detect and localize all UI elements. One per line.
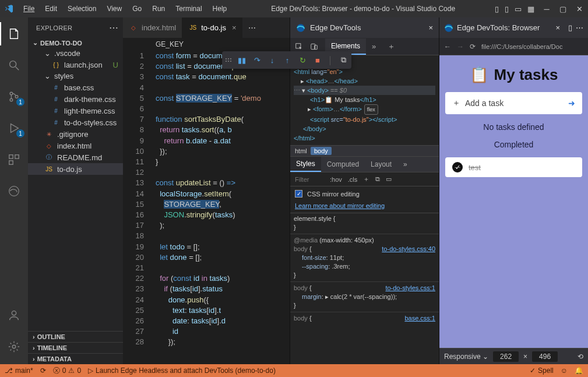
css-link-2[interactable]: to-do-styles.css:1 (385, 284, 435, 293)
computed-subtab[interactable]: Computed (321, 157, 365, 171)
outline-section[interactable]: ›OUTLINE (28, 331, 123, 342)
activity-explorer[interactable] (0, 22, 28, 45)
nav-back-icon[interactable]: ← (444, 43, 451, 51)
status-problems[interactable]: ⓧ 0 ⚠ 0 (53, 366, 81, 376)
run-badge: 1 (16, 129, 24, 138)
panel-icon[interactable]: ▭ (386, 175, 392, 183)
cls-toggle[interactable]: .cls (348, 176, 358, 183)
layout-side-icon[interactable]: ▯ (495, 5, 499, 13)
rotate-icon[interactable]: ⟲ (578, 353, 583, 361)
debug-stepin-icon[interactable]: ↓ (267, 55, 277, 65)
file-light-css[interactable]: #light-theme.css (28, 105, 123, 117)
submit-arrow-icon[interactable]: ➜ (568, 98, 575, 108)
debug-pause-icon[interactable]: ▮▮ (237, 55, 247, 65)
browser-more-icon[interactable]: ⋯ (576, 23, 583, 32)
menu-file[interactable]: File (19, 2, 39, 15)
split-icon[interactable]: ▯ (568, 23, 572, 32)
status-bell-icon[interactable]: 🔔 (575, 367, 583, 375)
status-branch[interactable]: ⎇ main* (5, 367, 33, 375)
dom-crumbs[interactable]: html body (290, 145, 439, 157)
file-gitignore[interactable]: ✳.gitignore (28, 128, 123, 140)
devtools-tab-close[interactable]: × (428, 23, 433, 32)
devtools-more-tabs[interactable]: » (366, 38, 382, 54)
menu-help[interactable]: Help (208, 2, 232, 15)
explorer-more-icon[interactable]: ⋯ (109, 22, 118, 33)
styles-pane[interactable]: element.style { } @media (max-width: 450… (290, 213, 439, 364)
metadata-section[interactable]: ›METADATA (28, 353, 123, 364)
breadcrumb[interactable]: GE_KEY (123, 38, 290, 48)
completed-task-item[interactable]: ✓ test (445, 157, 582, 177)
layout-right-icon[interactable]: ▭ (515, 5, 522, 13)
subtab-more[interactable]: » (397, 157, 413, 171)
styles-subtab[interactable]: Styles (290, 157, 321, 172)
tab-overflow-icon[interactable]: ⋯ (242, 17, 261, 38)
browser-tab-close[interactable]: × (555, 23, 560, 32)
debug-stop-icon[interactable]: ■ (313, 55, 322, 65)
activity-accounts[interactable] (0, 304, 28, 327)
menu-view[interactable]: View (102, 2, 126, 15)
responsive-dropdown[interactable]: Responsive ⌄ (444, 353, 488, 361)
css-mirror-link[interactable]: Learn more about mirror editing (295, 202, 385, 209)
folder-styles[interactable]: ⌄styles (28, 71, 123, 82)
timeline-section[interactable]: ›TIMELINE (28, 342, 123, 353)
debug-stepout-icon[interactable]: ↑ (283, 55, 292, 65)
menu-go[interactable]: Go (128, 2, 146, 15)
menu-run[interactable]: Run (147, 2, 170, 15)
folder-vscode[interactable]: ⌄.vscode (28, 48, 123, 59)
inspect-icon[interactable] (295, 43, 303, 51)
activity-scm[interactable]: 1 (0, 85, 28, 108)
layout-grid-icon[interactable]: ▦ (527, 5, 534, 13)
status-spell[interactable]: ✓ Spell (530, 367, 554, 375)
file-todo-js[interactable]: JSto-do.js (28, 163, 123, 175)
status-launch[interactable]: ▷ Launch Edge Headless and attach DevToo… (88, 367, 276, 375)
debug-stepover-icon[interactable]: ↷ (252, 55, 262, 65)
svg-point-15 (445, 24, 452, 31)
address-bar[interactable]: file:///C:/Users/collabera/Doc (481, 43, 583, 50)
tab-close-icon[interactable]: × (232, 23, 237, 32)
file-index-html[interactable]: ◇index.html (28, 140, 123, 151)
css-link-3[interactable]: base.css:1 (404, 314, 435, 323)
maximize-button[interactable]: ▢ (559, 5, 567, 13)
menu-terminal[interactable]: Terminal (171, 2, 206, 15)
device-icon[interactable] (310, 43, 318, 51)
close-button[interactable]: ✕ (575, 5, 583, 13)
code-editor[interactable]: const form = document.que const list = d… (151, 48, 290, 364)
status-feedback-icon[interactable]: ☺ (561, 367, 568, 375)
styles-filter-input[interactable] (295, 176, 324, 183)
activity-run[interactable]: 1 (0, 117, 28, 140)
viewport-height[interactable]: 496 (532, 351, 558, 362)
status-sync[interactable]: ⟳ (40, 367, 46, 375)
menu-selection[interactable]: Selection (63, 2, 101, 15)
debug-drag-handle[interactable] (226, 58, 231, 62)
activity-search[interactable] (0, 54, 28, 77)
hov-toggle[interactable]: :hov (330, 176, 342, 183)
devtools-new-tab[interactable]: ＋ (382, 38, 401, 55)
menu-edit[interactable]: Edit (40, 2, 62, 15)
new-rule-icon[interactable]: ＋ (363, 175, 369, 184)
add-task-card[interactable]: ＋Add a task ➜ (445, 92, 582, 114)
tab-index-html[interactable]: ◇index.html (123, 17, 182, 38)
file-readme-md[interactable]: ⓘREADME.md (28, 151, 123, 163)
file-todo-styles-css[interactable]: #to-do-styles.css (28, 117, 123, 128)
viewport-width[interactable]: 262 (493, 351, 519, 362)
file-launch-json[interactable]: { }launch.jsonU (28, 59, 123, 71)
debug-toolbar[interactable]: ▮▮ ↷ ↓ ↑ ↻ ■ │ ⧉ (222, 51, 351, 69)
debug-restart-icon[interactable]: ↻ (298, 55, 307, 65)
activity-settings[interactable] (0, 335, 28, 358)
activity-edge[interactable] (0, 179, 28, 203)
css-link-1[interactable]: to-do-styles.css:40 (382, 245, 435, 253)
debug-screencast-icon[interactable]: ⧉ (339, 55, 348, 65)
nav-fwd-icon[interactable]: → (457, 43, 464, 51)
dom-tree[interactable]: <!DOCTYPE html> <html lang="en"> ▸ <head… (290, 55, 439, 145)
device-mode-icon[interactable]: ⧉ (375, 175, 380, 183)
css-mirror-checkbox[interactable]: ✓ (295, 190, 302, 198)
minimize-button[interactable]: ─ (543, 5, 551, 13)
activity-extensions[interactable] (0, 148, 28, 171)
folder-root[interactable]: ⌄DEMO-TO-DO (28, 38, 123, 48)
layout-bottom-icon[interactable]: ▯ (505, 5, 509, 13)
tab-todo-js[interactable]: JSto-do.js× (182, 17, 242, 38)
layout-subtab[interactable]: Layout (365, 157, 397, 171)
file-base-css[interactable]: #base.css (28, 82, 123, 93)
file-dark-css[interactable]: #dark-theme.css (28, 93, 123, 105)
nav-reload-icon[interactable]: ⟳ (470, 43, 476, 51)
